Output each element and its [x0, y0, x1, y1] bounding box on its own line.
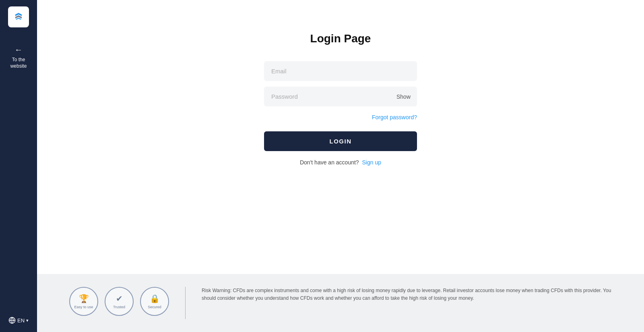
email-input[interactable] [264, 61, 417, 81]
forgot-password-link-wrapper: Forgot password? [264, 114, 417, 121]
trusted-label: Trusted [113, 305, 125, 309]
sidebar: ← To the website EN ▾ [0, 0, 37, 332]
easy-to-use-icon: 🏆 [79, 294, 89, 303]
risk-warning-text: Risk Warning: CFDs are complex instrumen… [202, 287, 612, 302]
chevron-down-icon: ▾ [26, 318, 29, 323]
password-wrapper: Show [264, 87, 417, 106]
login-title: Login Page [310, 32, 371, 45]
login-form: Show Forgot password? LOGIN Don't have a… [264, 61, 417, 166]
to-website-nav[interactable]: ← To the website [0, 42, 37, 73]
to-website-label: To the website [10, 57, 27, 69]
trusted-icon: ✔ [116, 294, 123, 303]
signup-link[interactable]: Sign up [362, 159, 381, 166]
main-content: Login Page Show Forgot password? LOGIN D… [37, 0, 644, 332]
trusted-badge: ✔ Trusted [105, 287, 134, 316]
arrow-left-icon: ← [14, 45, 23, 54]
footer-divider [185, 287, 186, 319]
secured-badge: 🔒 Secured [140, 287, 169, 316]
signup-prompt: Don't have an account? Sign up [264, 159, 417, 166]
language-code: EN [17, 317, 25, 324]
logo [8, 6, 29, 27]
language-selector[interactable]: EN ▾ [8, 317, 29, 324]
easy-to-use-badge: 🏆 Easy to use [69, 287, 98, 316]
login-section: Login Page Show Forgot password? LOGIN D… [37, 0, 644, 274]
footer: 🏆 Easy to use ✔ Trusted 🔒 Secured Risk W… [37, 274, 644, 332]
globe-icon [8, 317, 16, 324]
show-password-button[interactable]: Show [396, 93, 411, 100]
easy-to-use-label: Easy to use [74, 305, 93, 309]
no-account-text: Don't have an account? [300, 159, 359, 166]
password-input[interactable] [264, 87, 417, 106]
login-button[interactable]: LOGIN [264, 131, 417, 151]
secured-label: Secured [148, 305, 161, 309]
badges-container: 🏆 Easy to use ✔ Trusted 🔒 Secured [69, 287, 169, 316]
secured-icon: 🔒 [150, 294, 160, 303]
forgot-password-link[interactable]: Forgot password? [372, 114, 417, 120]
